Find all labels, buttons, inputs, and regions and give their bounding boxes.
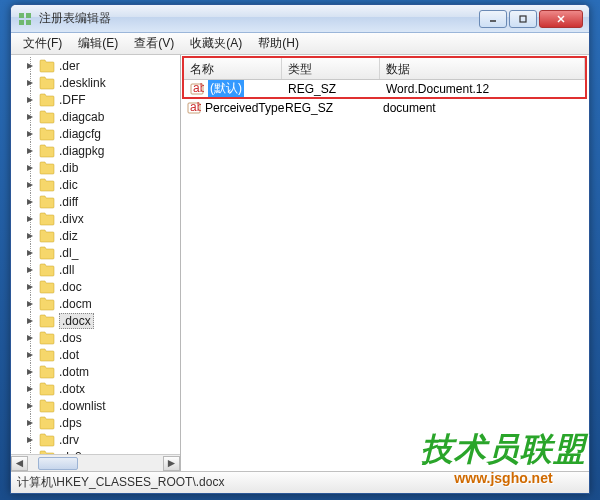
folder-icon	[39, 59, 55, 73]
tree-item[interactable]: ▸.dos	[11, 329, 180, 346]
titlebar[interactable]: 注册表编辑器	[11, 5, 589, 33]
expander-icon[interactable]: ▸	[25, 434, 35, 444]
folder-icon	[39, 246, 55, 260]
tree-item[interactable]: ▸.der	[11, 57, 180, 74]
menu-help[interactable]: 帮助(H)	[250, 33, 307, 54]
string-value-icon: ab	[187, 101, 201, 115]
tree-hscrollbar[interactable]: ◄ ►	[11, 454, 180, 471]
folder-icon	[39, 195, 55, 209]
tree-item[interactable]: ▸.dps	[11, 414, 180, 431]
window-controls	[479, 10, 583, 28]
tree-item[interactable]: ▸.dic	[11, 176, 180, 193]
tree-item[interactable]: ▸.diagcab	[11, 108, 180, 125]
expander-icon[interactable]: ▸	[25, 196, 35, 206]
tree-item[interactable]: ▸.docx	[11, 312, 180, 329]
tree-item-label: .desklink	[59, 76, 106, 90]
folder-icon	[39, 127, 55, 141]
tree-item[interactable]: ▸.diagpkg	[11, 142, 180, 159]
svg-rect-3	[26, 20, 31, 25]
tree-item[interactable]: ▸.DFF	[11, 91, 180, 108]
menu-favorites[interactable]: 收藏夹(A)	[182, 33, 250, 54]
expander-icon[interactable]: ▸	[25, 145, 35, 155]
tree-item[interactable]: ▸.docm	[11, 295, 180, 312]
expander-icon[interactable]: ▸	[25, 213, 35, 223]
value-data: Word.Document.12	[386, 82, 489, 96]
expander-icon[interactable]: ▸	[25, 383, 35, 393]
expander-icon[interactable]: ▸	[25, 349, 35, 359]
column-header-type[interactable]: 类型	[282, 58, 380, 79]
column-header-name[interactable]: 名称	[184, 58, 282, 79]
folder-icon	[39, 76, 55, 90]
expander-icon[interactable]: ▸	[25, 179, 35, 189]
scroll-track[interactable]	[28, 456, 163, 471]
tree-scroll[interactable]: ▸.der▸.desklink▸.DFF▸.diagcab▸.diagcfg▸.…	[11, 55, 180, 454]
expander-icon[interactable]: ▸	[25, 281, 35, 291]
expander-icon[interactable]: ▸	[25, 60, 35, 70]
folder-icon	[39, 297, 55, 311]
menu-edit[interactable]: 编辑(E)	[70, 33, 126, 54]
tree-item-label: .dll	[59, 263, 74, 277]
tree-item[interactable]: ▸.doc	[11, 278, 180, 295]
expander-icon[interactable]: ▸	[25, 298, 35, 308]
svg-rect-2	[19, 20, 24, 25]
folder-icon	[39, 433, 55, 447]
folder-icon	[39, 93, 55, 107]
tree-item[interactable]: ▸.dib	[11, 159, 180, 176]
scroll-left-button[interactable]: ◄	[11, 456, 28, 471]
expander-icon[interactable]: ▸	[25, 366, 35, 376]
scroll-thumb[interactable]	[38, 457, 78, 470]
expander-icon[interactable]: ▸	[25, 128, 35, 138]
expander-icon[interactable]: ▸	[25, 94, 35, 104]
list-row[interactable]: ab (默认) REG_SZ Word.Document.12	[184, 80, 585, 97]
folder-icon	[39, 280, 55, 294]
expander-icon[interactable]: ▸	[25, 111, 35, 121]
column-header-data[interactable]: 数据	[380, 58, 585, 79]
tree-item[interactable]: ▸.dotx	[11, 380, 180, 397]
expander-icon[interactable]: ▸	[25, 400, 35, 410]
expander-icon[interactable]: ▸	[25, 264, 35, 274]
tree-item[interactable]: ▸.dot	[11, 346, 180, 363]
tree-item[interactable]: ▸.ds2	[11, 448, 180, 454]
tree-item[interactable]: ▸.diagcfg	[11, 125, 180, 142]
minimize-button[interactable]	[479, 10, 507, 28]
string-value-icon: ab	[190, 82, 204, 96]
tree-item[interactable]: ▸.drv	[11, 431, 180, 448]
registry-editor-window: 注册表编辑器 文件(F) 编辑(E) 查看(V) 收藏夹(A) 帮助(H) ▸.…	[10, 4, 590, 494]
expander-icon[interactable]: ▸	[25, 230, 35, 240]
expander-icon[interactable]: ▸	[25, 162, 35, 172]
tree-item-label: .docm	[59, 297, 92, 311]
tree-item-label: .drv	[59, 433, 79, 447]
tree-item[interactable]: ▸.dotm	[11, 363, 180, 380]
folder-icon	[39, 450, 55, 455]
maximize-button[interactable]	[509, 10, 537, 28]
tree-item-label: .dos	[59, 331, 82, 345]
tree-item[interactable]: ▸.divx	[11, 210, 180, 227]
close-button[interactable]	[539, 10, 583, 28]
menu-view[interactable]: 查看(V)	[126, 33, 182, 54]
folder-icon	[39, 348, 55, 362]
tree-item[interactable]: ▸.desklink	[11, 74, 180, 91]
tree-item-label: .dotx	[59, 382, 85, 396]
tree-item-label: .der	[59, 59, 80, 73]
tree-item[interactable]: ▸.dl_	[11, 244, 180, 261]
tree-item[interactable]: ▸.dll	[11, 261, 180, 278]
svg-text:ab: ab	[190, 101, 201, 114]
expander-icon[interactable]: ▸	[25, 451, 35, 454]
tree-item[interactable]: ▸.diz	[11, 227, 180, 244]
expander-icon[interactable]: ▸	[25, 247, 35, 257]
folder-icon	[39, 110, 55, 124]
expander-icon[interactable]: ▸	[25, 417, 35, 427]
expander-icon[interactable]: ▸	[25, 332, 35, 342]
expander-icon[interactable]: ▸	[25, 315, 35, 325]
tree-item-label: .dl_	[59, 246, 78, 260]
tree-item[interactable]: ▸.diff	[11, 193, 180, 210]
scroll-right-button[interactable]: ►	[163, 456, 180, 471]
tree-item[interactable]: ▸.downlist	[11, 397, 180, 414]
expander-icon[interactable]: ▸	[25, 77, 35, 87]
svg-rect-5	[520, 16, 526, 22]
value-data: document	[383, 101, 436, 115]
menu-file[interactable]: 文件(F)	[15, 33, 70, 54]
folder-icon	[39, 331, 55, 345]
folder-icon	[39, 144, 55, 158]
list-row[interactable]: ab PerceivedType REG_SZ document	[181, 99, 589, 116]
